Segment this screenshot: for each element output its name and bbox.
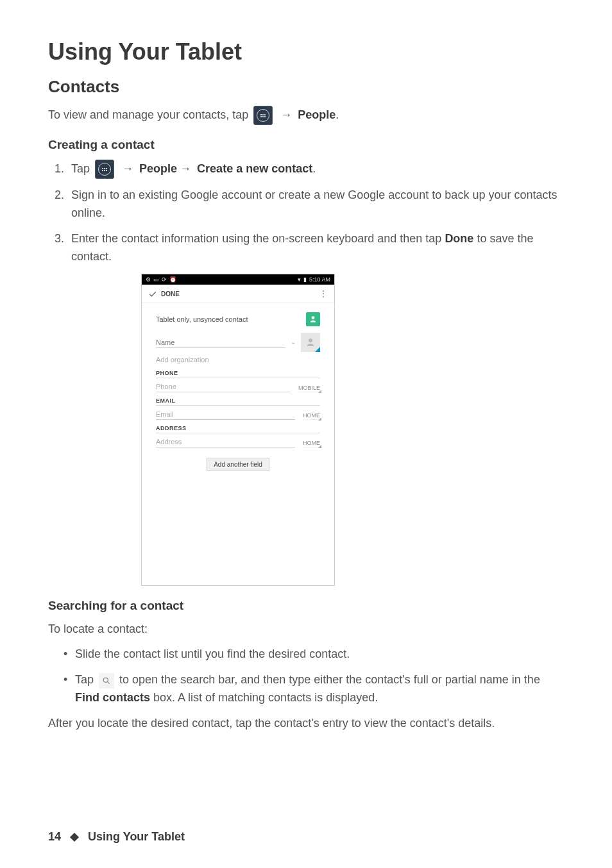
step3-done: Done xyxy=(445,232,473,245)
debug-icon: ⚙ xyxy=(146,276,151,283)
screenshot-create-contact: ⚙ ▭ ⟳ ⏰ ▾ ▮ 5:10 AM DONE ⋮ Tablet only, … xyxy=(141,274,335,586)
sync-icon: ⟳ xyxy=(162,276,167,283)
status-bar: ⚙ ▭ ⟳ ⏰ ▾ ▮ 5:10 AM xyxy=(142,274,334,285)
page-title: Using Your Tablet xyxy=(48,38,567,65)
overflow-menu-icon[interactable]: ⋮ xyxy=(319,292,328,296)
b2-pre: Tap xyxy=(75,673,97,686)
step1-pre: Tap xyxy=(71,162,93,175)
b2-find: Find contacts xyxy=(75,691,150,704)
intro-paragraph: To view and manage your contacts, tap → … xyxy=(48,106,567,125)
svg-point-0 xyxy=(103,678,108,682)
heading-creating-contact: Creating a contact xyxy=(48,138,567,152)
b2-mid: to open the search bar, and then type ei… xyxy=(119,673,540,686)
arrow-icon: → xyxy=(280,108,295,121)
step1-people: People xyxy=(139,162,177,175)
search-intro: To locate a contact: xyxy=(48,621,567,638)
intro-period: . xyxy=(336,108,339,121)
battery-status-icon: ▮ xyxy=(303,276,307,283)
page-number: 14 xyxy=(48,830,61,844)
search-icon xyxy=(99,673,114,689)
step-3: Enter the contact information using the … xyxy=(67,230,567,266)
wifi-icon: ▾ xyxy=(298,276,301,283)
step1-create: Create a new contact xyxy=(197,162,312,175)
clock-text: 5:10 AM xyxy=(309,276,330,283)
step-2: Sign in to an existing Google account or… xyxy=(67,187,567,222)
address-section-label: ADDRESS xyxy=(156,425,320,433)
contact-card-icon xyxy=(306,312,320,326)
email-input[interactable]: Email xyxy=(156,408,295,420)
arrow-icon: → xyxy=(180,162,194,175)
search-bullet-2: Tap to open the search bar, and then typ… xyxy=(75,671,567,707)
search-bullet-1: Slide the contact list until you find th… xyxy=(75,646,567,664)
all-apps-icon xyxy=(253,106,273,125)
add-another-field-button[interactable]: Add another field xyxy=(207,458,269,471)
arrow-icon: → xyxy=(122,162,137,175)
name-input[interactable]: Name xyxy=(156,337,285,348)
step1-period: . xyxy=(312,162,316,175)
email-type-selector[interactable]: HOME xyxy=(303,412,320,420)
alarm-icon: ⏰ xyxy=(169,276,176,283)
footer-section-name: Using Your Tablet xyxy=(88,830,185,844)
svg-line-1 xyxy=(108,681,110,683)
footer-diamond-icon xyxy=(70,832,79,841)
done-button[interactable]: DONE xyxy=(148,290,180,299)
page-footer: 14 Using Your Tablet xyxy=(48,830,185,844)
search-after-paragraph: After you locate the desired contact, ta… xyxy=(48,715,567,733)
email-section-label: EMAIL xyxy=(156,397,320,406)
section-heading-contacts: Contacts xyxy=(48,77,567,97)
expand-name-icon[interactable]: ⌄ xyxy=(291,338,296,346)
photo-placeholder[interactable] xyxy=(301,333,320,352)
phone-section-label: PHONE xyxy=(156,370,320,378)
phone-type-selector[interactable]: MOBILE xyxy=(298,385,320,392)
people-label: People xyxy=(298,108,336,121)
done-label: DONE xyxy=(161,290,180,297)
heading-searching-contact: Searching for a contact xyxy=(48,599,567,613)
b2-post: box. A list of matching contacts is disp… xyxy=(150,691,378,704)
intro-pre: To view and manage your contacts, tap xyxy=(48,108,251,121)
all-apps-icon xyxy=(95,160,114,179)
address-input[interactable]: Address xyxy=(156,436,295,447)
step3-pre: Enter the contact information using the … xyxy=(71,232,445,245)
address-type-selector[interactable]: HOME xyxy=(303,440,320,447)
unsynced-label: Tablet only, unsynced contact xyxy=(156,315,248,323)
add-organization-link[interactable]: Add organization xyxy=(156,356,320,363)
step-1: Tap → People→ Create a new contact. xyxy=(67,160,567,179)
check-icon xyxy=(148,290,157,299)
battery-icon: ▭ xyxy=(153,276,159,283)
phone-input[interactable]: Phone xyxy=(156,381,291,392)
